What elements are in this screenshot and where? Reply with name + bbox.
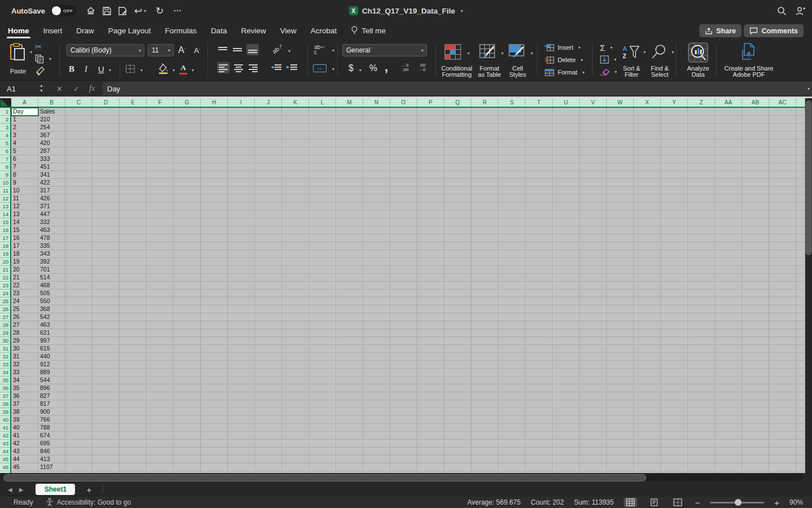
row-header-18[interactable]: 18 [0, 242, 11, 250]
cell-X7[interactable] [634, 155, 661, 163]
cell-E10[interactable] [120, 179, 147, 187]
cell-X10[interactable] [634, 179, 661, 187]
cell-S41[interactable] [498, 424, 526, 432]
cell-J33[interactable] [255, 361, 282, 369]
cell-Q16[interactable] [444, 226, 471, 234]
cell-C2[interactable] [65, 116, 92, 124]
cell-C29[interactable] [65, 329, 92, 337]
cell-Q44[interactable] [444, 448, 471, 456]
cell-AA42[interactable] [715, 432, 742, 440]
cell-C30[interactable] [65, 337, 92, 345]
cell-AB31[interactable] [742, 345, 769, 353]
cell-P7[interactable] [417, 155, 444, 163]
cell-L1[interactable] [309, 108, 336, 116]
cell-G40[interactable] [174, 416, 201, 424]
cell-D36[interactable] [92, 384, 120, 392]
cell-D34[interactable] [92, 369, 120, 376]
row-header-27[interactable]: 27 [0, 313, 11, 321]
row-header-33[interactable]: 33 [0, 361, 11, 369]
cell-J43[interactable] [255, 440, 282, 448]
cell-S3[interactable] [498, 124, 526, 132]
cell-T31[interactable] [526, 345, 553, 353]
cell-S36[interactable] [498, 384, 526, 392]
cell-L13[interactable] [309, 203, 336, 211]
cell-A38[interactable]: 37 [11, 400, 38, 408]
cell-Z26[interactable] [688, 305, 715, 313]
cell-K5[interactable] [282, 139, 309, 147]
cell-X27[interactable] [796, 313, 805, 321]
page-layout-view-icon[interactable] [647, 497, 661, 507]
cell-L44[interactable] [309, 448, 336, 456]
row-header-30[interactable]: 30 [0, 337, 11, 345]
cell-M28[interactable] [336, 321, 363, 329]
cell-S44[interactable] [498, 448, 526, 456]
cell-AA18[interactable] [715, 242, 742, 250]
cell-X46[interactable] [634, 463, 661, 471]
cell-U43[interactable] [553, 440, 580, 448]
cell-C22[interactable] [65, 274, 92, 282]
cell-P33[interactable] [417, 361, 444, 369]
cell-Z38[interactable] [688, 400, 715, 408]
cell-X40[interactable] [796, 416, 805, 424]
cell-D15[interactable] [92, 218, 120, 226]
cell-Q17[interactable] [444, 234, 471, 242]
cell-W16[interactable] [607, 226, 634, 234]
cell-V25[interactable] [580, 297, 607, 305]
cell-J36[interactable] [255, 384, 282, 392]
cell-K3[interactable] [282, 124, 309, 132]
cell-N43[interactable] [363, 440, 390, 448]
cell-X46[interactable] [796, 463, 805, 471]
cell-G10[interactable] [174, 179, 201, 187]
cell-U19[interactable] [553, 250, 580, 258]
cell-D40[interactable] [92, 416, 120, 424]
sort-filter-button[interactable]: AZ [621, 44, 641, 60]
cell-B12[interactable]: 426 [38, 195, 65, 203]
cell-J13[interactable] [255, 203, 282, 211]
cell-U42[interactable] [553, 432, 580, 440]
cell-M20[interactable] [336, 258, 363, 266]
cell-X35[interactable] [634, 376, 661, 384]
cell-V5[interactable] [580, 139, 607, 147]
cell-L22[interactable] [309, 274, 336, 282]
cell-H10[interactable] [201, 179, 228, 187]
cell-U40[interactable] [553, 416, 580, 424]
cell-P12[interactable] [417, 195, 444, 203]
cell-A5[interactable]: 4 [11, 139, 38, 147]
cell-U16[interactable] [553, 226, 580, 234]
cell-Q7[interactable] [444, 155, 471, 163]
cell-S38[interactable] [498, 400, 526, 408]
cell-K14[interactable] [282, 211, 309, 218]
cell-A33[interactable]: 32 [11, 361, 38, 369]
cell-P22[interactable] [417, 274, 444, 282]
cell-H40[interactable] [201, 416, 228, 424]
tab-formulas[interactable]: Formulas [165, 21, 197, 40]
cell-AB9[interactable] [742, 171, 769, 179]
cell-O40[interactable] [390, 416, 417, 424]
cell-V7[interactable] [580, 155, 607, 163]
cell-P17[interactable] [417, 234, 444, 242]
cell-B6[interactable]: 287 [38, 147, 65, 155]
cell-B18[interactable]: 335 [38, 242, 65, 250]
cell-AC28[interactable] [769, 321, 796, 329]
cell-N14[interactable] [363, 211, 390, 218]
cell-O37[interactable] [390, 392, 417, 400]
cell-N36[interactable] [363, 384, 390, 392]
cell-N22[interactable] [363, 274, 390, 282]
column-header-A[interactable]: A [11, 98, 38, 107]
cell-H42[interactable] [201, 432, 228, 440]
cell-C43[interactable] [65, 440, 92, 448]
cell-J30[interactable] [255, 337, 282, 345]
column-header-S[interactable]: S [498, 98, 526, 107]
cell-AC25[interactable] [769, 297, 796, 305]
cell-N23[interactable] [363, 282, 390, 290]
cell-AA4[interactable] [715, 132, 742, 139]
cell-M31[interactable] [336, 345, 363, 353]
cell-M2[interactable] [336, 116, 363, 124]
cell-E18[interactable] [120, 242, 147, 250]
cell-AC9[interactable] [769, 171, 796, 179]
row-header-40[interactable]: 40 [0, 416, 11, 424]
cell-T2[interactable] [526, 116, 553, 124]
cell-A35[interactable]: 34 [11, 376, 38, 384]
cell-L37[interactable] [309, 392, 336, 400]
cell-F10[interactable] [147, 179, 174, 187]
